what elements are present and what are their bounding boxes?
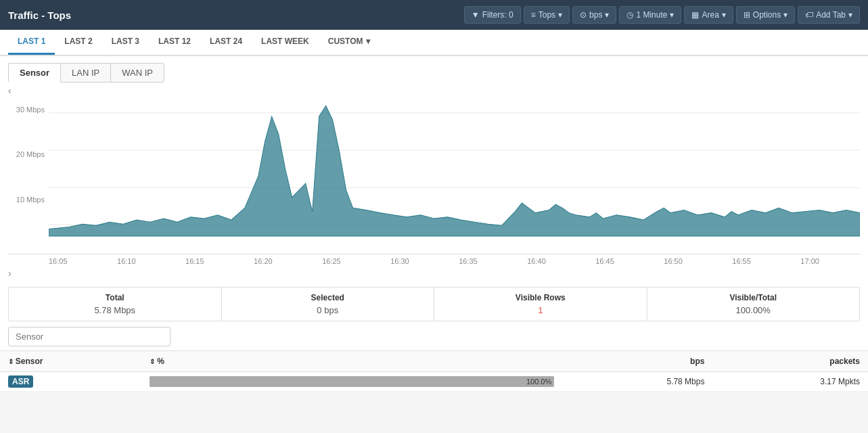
stat-visible-rows: Visible Rows 1: [434, 288, 647, 321]
y-label-20: 20 Mbps: [8, 150, 49, 158]
x-axis-labels: 16:05 16:10 16:15 16:20 16:25 16:30 16:3…: [8, 254, 860, 265]
stat-selected: Selected 0 bps: [222, 288, 435, 321]
filter-icon: ▼: [472, 10, 480, 20]
x-label-1605: 16:05: [49, 257, 68, 265]
y-label-30: 30 Mbps: [8, 106, 49, 114]
chevron-down-icon: ▾: [783, 10, 787, 20]
x-label-1655: 16:55: [732, 257, 751, 265]
stat-visible-rows-label: Visible Rows: [437, 293, 644, 302]
cell-bps: 5.78 Mbps: [562, 372, 712, 392]
stat-visible-total: Visible/Total 100.00%: [647, 288, 860, 321]
col-header-sensor[interactable]: ⇕ Sensor: [0, 351, 141, 372]
x-label-1625: 16:25: [322, 257, 341, 265]
area-button[interactable]: ▦ Area ▾: [684, 6, 733, 24]
progress-bar-label: 100.0%: [526, 376, 551, 387]
tab-last12[interactable]: LAST 12: [149, 30, 200, 55]
sub-tab-lanip[interactable]: LAN IP: [60, 63, 111, 83]
tops-button[interactable]: ≡ Tops ▾: [524, 6, 570, 24]
progress-bar: 100.0%: [150, 376, 554, 387]
col-header-packets: packets: [712, 351, 868, 372]
expand-chart-button[interactable]: ›: [8, 265, 860, 281]
col-header-percent[interactable]: ⇕ %: [141, 351, 562, 372]
chevron-down-icon: ▾: [558, 10, 562, 20]
stats-row: Total 5.78 Mbps Selected 0 bps Visible R…: [8, 287, 860, 321]
stat-total: Total 5.78 Mbps: [9, 288, 222, 321]
sub-tab-sensor[interactable]: Sensor: [8, 63, 61, 83]
x-label-1620: 16:20: [254, 257, 273, 265]
stat-selected-label: Selected: [225, 293, 432, 302]
sensor-badge: ASR: [8, 375, 33, 388]
x-label-1700: 17:00: [800, 257, 819, 265]
navbar: Traffic - Tops ▼ Filters: 0 ≡ Tops ▾ ⊙ b…: [0, 0, 868, 30]
gauge-icon: ⊙: [580, 10, 587, 20]
stat-visible-total-value: 100.00%: [650, 305, 857, 315]
grid-icon: ⊞: [744, 10, 750, 20]
col-header-bps: bps: [562, 351, 712, 372]
page-title: Traffic - Tops: [8, 9, 71, 21]
stat-visible-total-label: Visible/Total: [650, 293, 857, 302]
x-label-1615: 16:15: [185, 257, 204, 265]
bps-button[interactable]: ⊙ bps ▾: [572, 6, 616, 24]
tab-last2[interactable]: LAST 2: [55, 30, 101, 55]
x-label-1610: 16:10: [117, 257, 136, 265]
chart-container: ‹ 30 Mbps 20 Mbps 10 Mbps: [0, 83, 868, 281]
tag-icon: 🏷: [805, 10, 813, 20]
tab-last3[interactable]: LAST 3: [102, 30, 149, 55]
stat-visible-rows-value: 1: [437, 305, 644, 315]
x-label-1630: 16:30: [390, 257, 409, 265]
tab-custom[interactable]: CUSTOM ▾: [319, 30, 380, 55]
tab-last24[interactable]: LAST 24: [200, 30, 252, 55]
x-label-1635: 16:35: [459, 257, 478, 265]
sort-icon: ⇕: [150, 358, 157, 365]
y-label-10: 10 Mbps: [8, 196, 49, 204]
search-box: [8, 327, 860, 346]
cell-sensor: ASR: [0, 372, 141, 392]
stat-total-value: 5.78 Mbps: [12, 305, 219, 315]
sub-tabs: Sensor LAN IP WAN IP: [0, 56, 868, 83]
y-axis-labels: 30 Mbps 20 Mbps 10 Mbps: [8, 99, 49, 254]
options-button[interactable]: ⊞ Options ▾: [736, 6, 795, 24]
list-icon: ≡: [531, 10, 536, 20]
chevron-down-icon: ▾: [366, 37, 370, 46]
content-area: Sensor LAN IP WAN IP ‹ 30 Mbps 20 Mbps 1…: [0, 56, 868, 392]
chart-svg: [49, 99, 860, 254]
add-tab-button[interactable]: 🏷 Add Tab ▾: [798, 6, 860, 24]
chart-area: 30 Mbps 20 Mbps 10 Mbps: [8, 99, 860, 254]
progress-bar-fill: [150, 376, 554, 387]
x-label-1645: 16:45: [595, 257, 614, 265]
filters-button[interactable]: ▼ Filters: 0: [464, 6, 521, 24]
time-tabs: LAST 1 LAST 2 LAST 3 LAST 12 LAST 24 LAS…: [0, 30, 868, 56]
chart-icon: ▦: [691, 10, 699, 20]
cell-packets: 3.17 Mpkts: [712, 372, 868, 392]
stat-total-label: Total: [12, 293, 219, 302]
cell-percent: 100.0%: [141, 372, 562, 392]
chevron-down-icon: ▾: [848, 10, 852, 20]
search-input[interactable]: [8, 327, 170, 346]
data-table: ⇕ Sensor ⇕ % bps packets ASR: [0, 350, 868, 392]
stat-selected-value: 0 bps: [225, 305, 432, 315]
x-label-1650: 16:50: [664, 257, 683, 265]
collapse-chart-button[interactable]: ‹: [8, 83, 860, 99]
table-row: ASR 100.0% 5.78 Mbps 3.17 Mpkts: [0, 372, 868, 392]
interval-button[interactable]: ◷ 1 Minute ▾: [619, 6, 681, 24]
chevron-down-icon: ▾: [605, 10, 609, 20]
tab-lastweek[interactable]: LAST WEEK: [252, 30, 319, 55]
x-label-1640: 16:40: [527, 257, 546, 265]
clock-icon: ◷: [626, 10, 633, 20]
sub-tab-wanip[interactable]: WAN IP: [110, 63, 164, 83]
chevron-down-icon: ▾: [670, 10, 674, 20]
tab-last1[interactable]: LAST 1: [8, 30, 55, 55]
chevron-down-icon: ▾: [722, 10, 726, 20]
table-header-row: ⇕ Sensor ⇕ % bps packets: [0, 351, 868, 372]
navbar-controls: ▼ Filters: 0 ≡ Tops ▾ ⊙ bps ▾ ◷ 1 Minute…: [464, 6, 860, 24]
sort-icon: ⇕: [8, 358, 16, 365]
